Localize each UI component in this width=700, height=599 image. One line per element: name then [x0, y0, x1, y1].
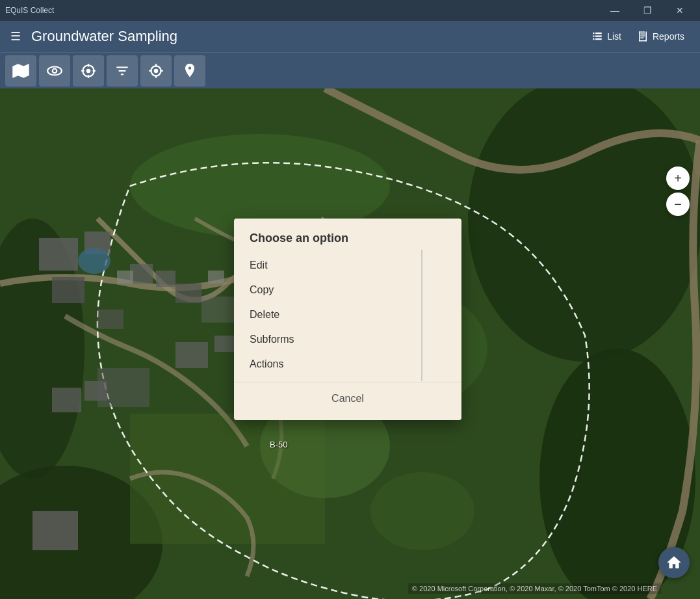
- svg-rect-45: [214, 336, 234, 352]
- list-icon: [591, 31, 603, 42]
- visibility-toolbar-button[interactable]: [39, 55, 70, 87]
- map-container[interactable]: B-50 + − © 2020 Microsoft Corporation, ©…: [0, 88, 700, 599]
- toolbar: [0, 52, 700, 88]
- locate-toolbar-button[interactable]: [73, 55, 104, 87]
- title-bar-controls: — ❐ ✕: [600, 0, 695, 21]
- app-header-right: List Reports: [586, 28, 690, 45]
- svg-rect-0: [593, 33, 594, 34]
- subforms-option[interactable]: Subforms: [234, 327, 461, 352]
- svg-rect-44: [175, 342, 208, 368]
- crosshair-toolbar-button[interactable]: [140, 55, 172, 87]
- svg-rect-7: [639, 32, 640, 42]
- menu-icon[interactable]: ☰: [10, 29, 21, 44]
- home-icon: [666, 554, 682, 571]
- svg-rect-49: [32, 511, 78, 550]
- zoom-out-button[interactable]: −: [666, 193, 690, 216]
- minimize-button[interactable]: —: [600, 0, 630, 21]
- locate-toolbar-icon: [80, 62, 97, 79]
- svg-rect-52: [97, 368, 149, 407]
- cancel-area: Cancel: [234, 382, 461, 410]
- svg-rect-10: [640, 34, 645, 35]
- pin-toolbar-button[interactable]: [174, 55, 205, 87]
- svg-point-20: [87, 69, 90, 72]
- app-title-label: EQuIS Collect: [5, 6, 54, 15]
- maximize-button[interactable]: ❐: [632, 0, 662, 21]
- list-button[interactable]: List: [586, 28, 627, 45]
- edit-option[interactable]: Edit: [234, 253, 461, 278]
- svg-rect-46: [97, 310, 123, 329]
- context-dialog: Choose an option Edit Copy Delete Subfor…: [234, 219, 461, 420]
- eye-toolbar-icon: [46, 62, 63, 79]
- copy-option[interactable]: Copy: [234, 278, 461, 302]
- svg-rect-43: [175, 284, 201, 303]
- svg-rect-38: [39, 238, 78, 271]
- map-toolbar-icon: [12, 62, 29, 79]
- app-header: ☰ Groundwater Sampling List: [0, 21, 700, 52]
- close-button[interactable]: ✕: [665, 0, 695, 21]
- svg-rect-42: [156, 271, 175, 287]
- svg-rect-12: [640, 38, 643, 39]
- map-label: B-50: [270, 440, 287, 449]
- svg-rect-51: [208, 271, 224, 284]
- reports-button[interactable]: Reports: [632, 28, 690, 45]
- filter-toolbar-button[interactable]: [107, 55, 138, 87]
- zoom-controls: + −: [666, 166, 690, 216]
- map-copyright: © 2020 Microsoft Corporation, © 2020 Max…: [408, 583, 661, 594]
- svg-rect-4: [593, 38, 594, 40]
- dialog-divider: [421, 250, 422, 381]
- dialog-title: Choose an option: [234, 232, 461, 253]
- svg-rect-9: [645, 32, 647, 42]
- svg-rect-2: [593, 36, 594, 37]
- svg-rect-8: [639, 40, 647, 42]
- crosshair-toolbar-icon: [148, 62, 164, 79]
- svg-point-29: [155, 69, 157, 72]
- title-bar: EQuIS Collect — ❐ ✕: [0, 0, 700, 21]
- delete-option[interactable]: Delete: [234, 302, 461, 327]
- svg-rect-1: [595, 33, 602, 34]
- svg-rect-47: [52, 388, 81, 412]
- zoom-in-button[interactable]: +: [666, 166, 690, 190]
- cancel-button[interactable]: Cancel: [316, 388, 380, 410]
- svg-rect-40: [52, 277, 84, 303]
- title-bar-left: EQuIS Collect: [5, 6, 54, 15]
- svg-rect-50: [117, 271, 133, 284]
- svg-rect-3: [595, 36, 602, 37]
- svg-point-13: [47, 66, 62, 75]
- svg-point-54: [78, 248, 110, 274]
- page-title: Groundwater Sampling: [31, 28, 177, 45]
- svg-rect-41: [130, 264, 153, 284]
- filter-toolbar-icon: [114, 62, 131, 79]
- reports-icon: [637, 31, 649, 42]
- svg-rect-11: [640, 36, 645, 37]
- svg-point-56: [370, 472, 474, 550]
- svg-point-14: [53, 68, 57, 73]
- svg-rect-5: [595, 38, 602, 40]
- home-button[interactable]: [658, 547, 690, 578]
- pin-toolbar-icon: [181, 62, 198, 79]
- app-header-left: ☰ Groundwater Sampling: [10, 28, 177, 45]
- map-toolbar-button[interactable]: [5, 55, 36, 87]
- actions-option[interactable]: Actions: [234, 352, 461, 377]
